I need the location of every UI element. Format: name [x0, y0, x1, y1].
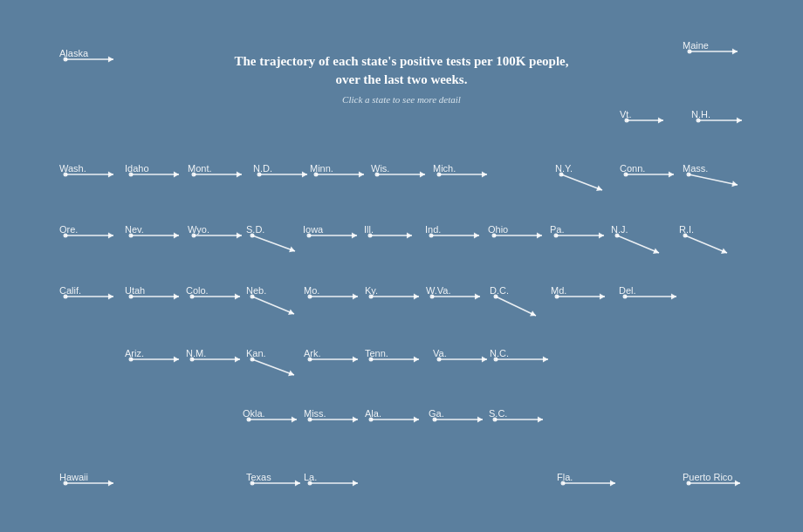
chart-subtitle: Click a state to see more detail [227, 94, 576, 105]
title-area: The trajectory of each state's positive … [227, 52, 576, 105]
chart-title: The trajectory of each state's positive … [227, 52, 576, 89]
